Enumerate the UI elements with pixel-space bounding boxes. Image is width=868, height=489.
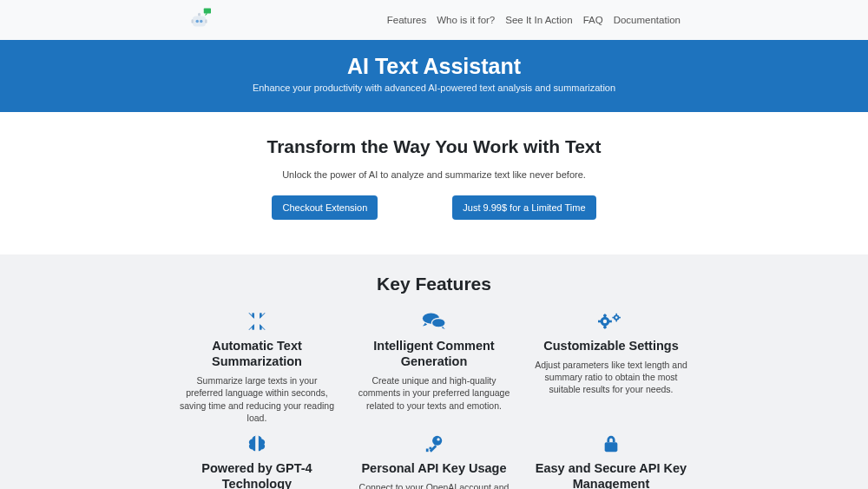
logo[interactable]	[187, 7, 214, 33]
feature-title: Powered by GPT-4 Technology	[177, 460, 337, 489]
nav-links: Features Who is it for? See It In Action…	[387, 15, 681, 25]
svg-rect-6	[205, 19, 207, 23]
feature-desc: Adjust parameters like text length and s…	[531, 359, 691, 396]
feature-secure: Easy and Secure API Key Management Store…	[528, 433, 694, 489]
hero-subtitle: Enhance your productivity with advanced …	[0, 83, 868, 93]
svg-point-3	[196, 20, 199, 23]
svg-point-13	[431, 319, 445, 328]
feature-comments: Intelligent Comment Generation Create un…	[351, 310, 517, 424]
svg-rect-2	[193, 17, 206, 27]
intro-subtitle: Unlock the power of AI to analyze and su…	[0, 169, 868, 180]
feature-desc: Connect to your OpenAI account and use y…	[354, 481, 514, 489]
feature-api-key: Personal API Key Usage Connect to your O…	[351, 433, 517, 489]
key-icon	[354, 433, 514, 455]
feature-desc: Summarize large texts in your preferred …	[177, 374, 337, 424]
svg-rect-26	[615, 320, 617, 321]
topbar: Features Who is it for? See It In Action…	[0, 0, 868, 40]
checkout-extension-button[interactable]: Checkout Extension	[272, 195, 378, 220]
brain-icon	[177, 433, 337, 455]
feature-summarization: Automatic Text Summarization Summarize l…	[174, 310, 340, 424]
intro-section: Transform the Way You Work with Text Unl…	[0, 112, 868, 254]
svg-rect-34	[430, 447, 432, 450]
lock-icon	[531, 433, 691, 455]
feature-title: Intelligent Comment Generation	[354, 338, 514, 369]
button-row: Checkout Extension Just 9.99$ for a Limi…	[0, 195, 868, 220]
svg-rect-0	[204, 9, 211, 14]
feature-grid: Automatic Text Summarization Summarize l…	[174, 310, 694, 489]
features-section: Key Features Automatic Text Summarizatio…	[0, 254, 868, 489]
gears-icon	[531, 310, 691, 333]
feature-title: Personal API Key Usage	[354, 460, 514, 476]
svg-rect-5	[192, 19, 194, 23]
feature-settings: Customizable Settings Adjust parameters …	[528, 310, 694, 424]
feature-gpt4: Powered by GPT-4 Technology Get accurate…	[174, 433, 340, 489]
intro-title: Transform the Way You Work with Text	[0, 136, 868, 157]
svg-point-4	[200, 20, 202, 23]
nav-docs[interactable]: Documentation	[614, 15, 681, 25]
svg-rect-7	[198, 13, 201, 17]
nav-features[interactable]: Features	[387, 15, 426, 25]
svg-rect-28	[619, 317, 621, 319]
nav-faq[interactable]: FAQ	[583, 15, 603, 25]
hero: AI Text Assistant Enhance your productiv…	[0, 40, 868, 112]
svg-point-23	[603, 320, 607, 323]
svg-point-30	[432, 436, 442, 446]
svg-rect-35	[605, 442, 618, 452]
pricing-button[interactable]: Just 9.99$ for a Limited Time	[452, 195, 595, 220]
svg-point-31	[437, 438, 439, 440]
comments-icon	[354, 310, 514, 333]
feature-title: Customizable Settings	[531, 338, 691, 354]
svg-rect-27	[612, 317, 614, 319]
svg-marker-1	[205, 14, 207, 17]
svg-point-29	[615, 316, 618, 319]
hero-title: AI Text Assistant	[0, 54, 868, 79]
feature-title: Automatic Text Summarization	[177, 338, 337, 369]
compress-icon	[177, 310, 337, 333]
feature-title: Easy and Secure API Key Management	[531, 460, 691, 489]
svg-rect-25	[615, 314, 617, 315]
features-title: Key Features	[0, 274, 868, 294]
nav-see[interactable]: See It In Action	[505, 15, 572, 25]
svg-rect-17	[598, 320, 602, 323]
feature-desc: Create unique and high-quality comments …	[354, 374, 514, 412]
nav-who[interactable]: Who is it for?	[437, 15, 495, 25]
svg-rect-18	[608, 320, 612, 323]
svg-rect-33	[426, 448, 429, 452]
